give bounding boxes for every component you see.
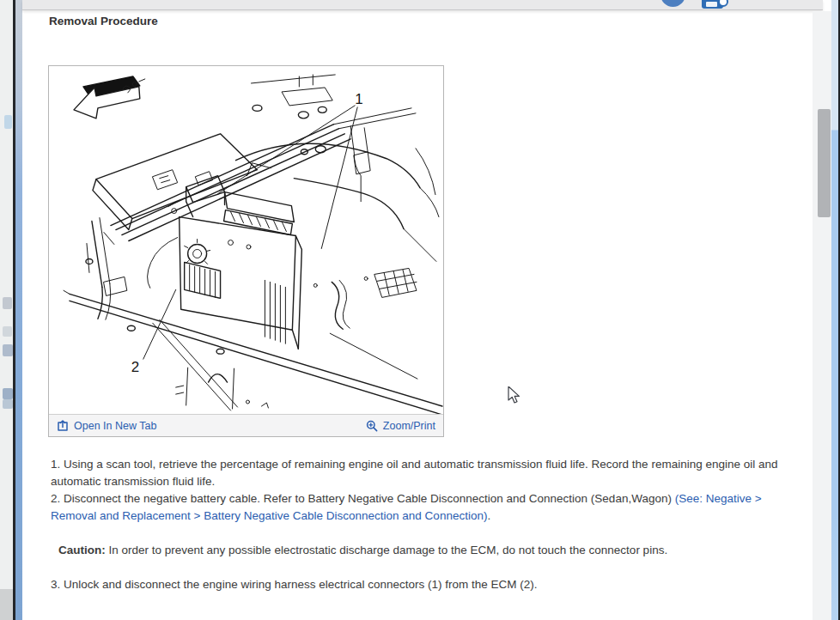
edge-smudge [3,344,13,356]
window-accent-stripe-left [15,0,22,620]
step-1-text: 1. Using a scan tool, retrieve the perce… [51,458,778,488]
scrollbar-thumb[interactable] [818,109,831,217]
edge-smudge [3,399,13,409]
figure-toolbar: Open In New Tab Zoom/Print [49,414,443,436]
engine-diagram: 1 2 [49,66,443,414]
step-2: 2. Disconnect the negative battery cable… [48,490,794,525]
open-in-new-tab-label: Open In New Tab [74,420,156,432]
step-2-text: 2. Disconnect the negative battery cable… [51,492,675,505]
mouse-cursor-icon [508,386,521,408]
caution-note: Caution: In order to prevent any possibl… [48,542,794,559]
zoom-print-label: Zoom/Print [383,420,435,432]
scrollbar-track[interactable] [813,11,831,620]
edge-smudge [3,326,12,337]
printer-paper-icon [706,2,717,7]
open-in-new-tab-link[interactable]: Open In New Tab [57,420,156,432]
figure-card: 1 2 Open In New Tab Zoom/Print [48,65,444,437]
edge-smudge [4,115,12,129]
service-manual-page: Removal Procedure [0,0,840,620]
caution-text: In order to prevent any possible electro… [109,544,668,556]
step-3-text: 3. Unlock and disconnect the engine wiri… [51,578,538,591]
window-corner-block [0,589,13,620]
callout-2-label: 2 [131,359,139,375]
step-1: 1. Using a scan tool, retrieve the perce… [48,456,794,490]
magnifier-plus-icon [366,420,378,432]
zoom-print-link[interactable]: Zoom/Print [366,420,435,432]
edge-smudge [3,297,12,309]
edge-smudge [3,388,13,399]
step-2-suffix: . [487,509,490,522]
step-3: 3. Unlock and disconnect the engine wiri… [48,576,794,593]
caution-label: Caution: [58,544,106,556]
open-in-new-tab-icon [57,420,69,432]
window-accent-stripe-right [831,0,838,620]
page-title: Removal Procedure [49,15,158,27]
callout-1-label: 1 [355,91,362,107]
window-edge-left [0,0,13,620]
